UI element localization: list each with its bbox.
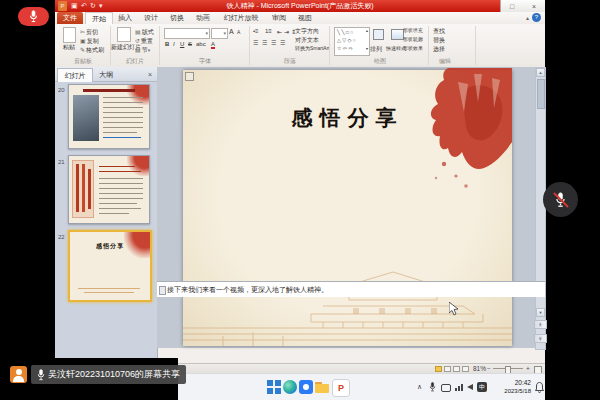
mic-active-indicator[interactable] — [18, 7, 49, 26]
clear-formatting-button[interactable]: abc — [196, 41, 206, 47]
arrange-button[interactable]: 排列 — [370, 45, 382, 54]
tab-slides-thumbnails[interactable]: 幻灯片 — [57, 68, 93, 82]
section-button[interactable]: ▤节▾ — [135, 46, 150, 55]
meeting-app-icon[interactable] — [299, 380, 313, 394]
copy-button[interactable]: ▣复制 — [80, 37, 99, 46]
cut-button[interactable]: ✂剪切 — [80, 28, 98, 37]
paragraph-group-label: 段落 — [260, 57, 320, 66]
align-left-icon[interactable]: ☰ — [253, 39, 258, 46]
screen-share-label: 吴汶轩202231010706的屏幕共享 — [48, 368, 180, 381]
close-panel-icon[interactable]: × — [145, 68, 155, 81]
paste-button[interactable]: 粘贴 — [60, 43, 78, 52]
close-window-icon[interactable]: × — [532, 1, 536, 12]
tab-design[interactable]: 设计 — [139, 12, 163, 24]
align-center-icon[interactable]: ☰ — [262, 39, 267, 46]
restore-window-icon[interactable]: □ — [510, 1, 514, 12]
help-icon[interactable]: ? — [532, 13, 541, 22]
notes-pane[interactable]: 接下来我们来看一个视频，更深入地了解铁人精神。 — [157, 281, 545, 297]
numbering-button[interactable]: 1≡ — [265, 28, 272, 34]
tab-animations[interactable]: 动画 — [191, 12, 215, 24]
next-slide-icon[interactable]: ≫ — [534, 334, 547, 343]
decrease-indent-icon[interactable]: ⇤ — [277, 28, 282, 35]
tray-chat-icon[interactable] — [441, 384, 451, 392]
tab-view[interactable]: 视图 — [293, 12, 317, 24]
tab-file[interactable]: 文件 — [57, 12, 83, 24]
slide-thumbnail-21[interactable] — [68, 155, 150, 224]
underline-button[interactable]: U — [180, 41, 184, 47]
start-button[interactable] — [267, 380, 281, 394]
replace-button[interactable]: 替换 — [433, 36, 445, 45]
group-separator — [159, 26, 160, 65]
font-size-caret-icon: ▾ — [223, 30, 226, 36]
title-bar[interactable]: P ▣ ↶ ↻ ▾ 铁人精神 - Microsoft PowerPoint(产品… — [55, 0, 545, 12]
increase-indent-icon[interactable]: ⇥ — [284, 28, 289, 35]
bold-button[interactable]: B — [165, 41, 169, 47]
slideshow-view-icon[interactable] — [462, 366, 469, 372]
shape-fill-button[interactable]: 形状填充 — [403, 27, 423, 33]
file-explorer-icon[interactable] — [315, 380, 329, 394]
font-name-select[interactable]: ▾ — [164, 28, 210, 39]
layout-button[interactable]: ▤版式 — [135, 28, 154, 37]
normal-view-icon[interactable] — [435, 366, 442, 372]
zoom-in-icon[interactable]: + — [526, 365, 530, 372]
text-direction-button[interactable]: 文字方向 — [295, 27, 319, 36]
convert-smartart-button[interactable]: 转换为SmartArt — [295, 45, 330, 51]
drawing-group-label: 绘图 — [350, 57, 410, 66]
bullets-button[interactable]: •≡ — [253, 28, 259, 34]
strikethrough-button[interactable]: S — [188, 41, 192, 47]
italic-button[interactable]: I — [173, 41, 175, 47]
tab-insert[interactable]: 插入 — [113, 12, 137, 24]
ribbon-collapse-icon[interactable]: ▴ — [526, 14, 529, 21]
scrollbar-thumb[interactable] — [537, 79, 545, 109]
previous-slide-icon[interactable]: ≪ — [534, 320, 547, 329]
grow-font-button[interactable]: A — [229, 28, 234, 35]
slide-thumbnail-20[interactable] — [68, 84, 150, 149]
shape-outline-button[interactable]: 形状轮廓 — [403, 36, 423, 42]
slide-canvas[interactable]: 感悟分享 — [183, 70, 512, 346]
new-slide-icon[interactable] — [117, 27, 131, 42]
vertical-scrollbar[interactable]: ▲ ▼ ≪ ≫ — [535, 67, 546, 350]
font-size-select[interactable]: ▾ — [211, 28, 228, 39]
shape-effects-button[interactable]: 形状效果 — [403, 45, 423, 51]
find-button[interactable]: 查找 — [433, 27, 445, 36]
banner-mic-icon — [37, 369, 45, 381]
slide-sorter-view-icon[interactable] — [444, 366, 451, 372]
shapes-gallery[interactable]: ╲ ╲ □ ○ △ ▽ ◇ ○ ☆ ⇦ ⇨ ▴ ▾ — [334, 27, 370, 56]
align-text-button[interactable]: 对齐文本 — [295, 36, 319, 45]
font-color-button[interactable]: A — [211, 41, 215, 49]
zoom-out-icon[interactable]: − — [487, 365, 491, 372]
mute-microphone-button[interactable] — [543, 182, 578, 217]
reset-button[interactable]: ↺重置 — [135, 37, 153, 46]
edge-browser-icon[interactable] — [283, 380, 297, 394]
align-right-icon[interactable]: ☰ — [271, 39, 276, 46]
clock-date[interactable]: 2023/5/18 — [493, 388, 531, 394]
notes-text: 接下来我们来看一个视频，更深入地了解铁人精神。 — [167, 282, 328, 297]
tray-volume-icon[interactable] — [467, 384, 473, 390]
gallery-down-icon[interactable]: ▾ — [366, 46, 368, 51]
tab-slideshow[interactable]: 幻灯片放映 — [217, 12, 265, 24]
tray-expand-icon[interactable]: ∧ — [417, 383, 422, 391]
gallery-up-icon[interactable]: ▴ — [366, 28, 368, 33]
tray-ime-icon[interactable]: 中 — [477, 382, 487, 392]
notification-bell-icon[interactable] — [535, 382, 544, 393]
clock-time[interactable]: 20:42 — [493, 379, 531, 386]
tab-review[interactable]: 审阅 — [267, 12, 291, 24]
justify-icon[interactable]: ☰ — [280, 39, 285, 46]
zoom-level: 81% — [473, 365, 486, 372]
tab-outline[interactable]: 大纲 — [93, 68, 119, 81]
powerpoint-taskbar-icon[interactable]: P — [332, 379, 350, 397]
copy-icon: ▣ — [80, 38, 86, 44]
shrink-font-button[interactable]: A — [237, 29, 240, 35]
thumbnail-title-bar — [83, 89, 135, 92]
reading-view-icon[interactable] — [453, 366, 460, 372]
thumbnail-title: 感悟分享 — [70, 242, 150, 251]
tab-transitions[interactable]: 切换 — [165, 12, 189, 24]
scroll-up-icon[interactable]: ▲ — [536, 68, 545, 77]
slide-thumbnail-22-selected[interactable]: 感悟分享 — [68, 230, 152, 302]
editing-group-label: 编辑 — [415, 57, 475, 66]
paste-icon[interactable] — [63, 27, 76, 43]
format-painter-button[interactable]: ✎格式刷 — [80, 46, 104, 55]
select-button[interactable]: 选择 — [433, 45, 445, 54]
tray-mic-icon[interactable] — [429, 382, 436, 392]
scroll-down-icon[interactable]: ▼ — [536, 308, 545, 317]
